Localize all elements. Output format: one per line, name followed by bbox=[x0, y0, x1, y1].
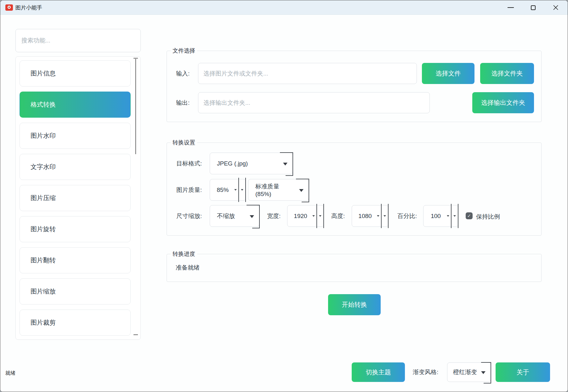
width-spin-buttons[interactable] bbox=[316, 204, 324, 228]
toggle-theme-button[interactable]: 切换主题 bbox=[352, 362, 405, 382]
maximize-icon bbox=[531, 5, 536, 10]
dropdown-frame-decoration bbox=[296, 179, 309, 199]
input-label: 输入: bbox=[176, 63, 190, 84]
percent-value: 100 bbox=[423, 213, 446, 220]
dropdown-arrow-icon bbox=[250, 215, 254, 218]
input-path-field[interactable] bbox=[198, 63, 417, 84]
conversion-settings-legend: 转换设置 bbox=[171, 139, 197, 146]
minimize-icon bbox=[508, 7, 514, 8]
search-input[interactable] bbox=[15, 29, 141, 52]
progress-group: 转换进度 准备就绪 bbox=[167, 254, 542, 282]
sidebar-item-5[interactable]: 图片旋转 bbox=[20, 216, 131, 242]
dropdown-arrow-icon bbox=[283, 163, 287, 165]
height-spinbox[interactable]: 1080 bbox=[352, 205, 389, 227]
gradient-style-value: 橙红渐变 bbox=[453, 368, 477, 376]
sidebar-item-6[interactable]: 图片翻转 bbox=[20, 247, 131, 273]
gradient-style-select[interactable]: 橙红渐变 bbox=[447, 362, 491, 382]
close-icon bbox=[553, 5, 559, 10]
output-path-field[interactable] bbox=[198, 92, 430, 113]
titlebar: 图片小能手 bbox=[0, 0, 568, 15]
width-spinbox[interactable]: 1920 bbox=[287, 205, 324, 227]
keep-ratio-checkbox[interactable]: ✓ bbox=[466, 212, 473, 219]
dropdown-arrow-icon bbox=[481, 371, 486, 374]
dropdown-arrow-icon bbox=[299, 189, 304, 192]
sidebar-scrollbar-top-mark bbox=[133, 58, 138, 59]
target-format-value: JPEG (.jpg) bbox=[217, 160, 248, 167]
sidebar-item-8[interactable]: 图片裁剪 bbox=[20, 310, 131, 336]
search-box bbox=[15, 29, 141, 52]
dropdown-frame-decoration bbox=[481, 362, 491, 380]
scale-label: 尺寸缩放: bbox=[176, 205, 202, 227]
close-button[interactable] bbox=[551, 3, 561, 12]
quality-spinbox[interactable]: 85% bbox=[210, 179, 246, 201]
target-format-select[interactable]: JPEG (.jpg) bbox=[210, 153, 293, 174]
file-selection-legend: 文件选择 bbox=[171, 47, 197, 54]
spin-down-icon[interactable] bbox=[377, 215, 379, 217]
percent-spin-buttons[interactable] bbox=[451, 204, 458, 228]
percent-label: 百分比: bbox=[397, 205, 417, 227]
height-value: 1080 bbox=[352, 213, 376, 220]
status-text: 就绪 bbox=[5, 370, 15, 377]
height-label: 高度: bbox=[331, 205, 345, 227]
spin-down-icon[interactable] bbox=[312, 215, 315, 217]
sidebar-item-7[interactable]: 图片缩放 bbox=[20, 278, 131, 305]
app-window: 图片小能手 图片信息格式转换图片水印文字水印图片压缩图片旋转图片翻转图片缩放图片… bbox=[0, 0, 568, 392]
sidebar-item-1[interactable]: 格式转换 bbox=[20, 92, 131, 118]
spin-up-icon bbox=[241, 189, 243, 191]
target-format-label: 目标格式: bbox=[176, 153, 202, 174]
sidebar-item-4[interactable]: 图片压缩 bbox=[20, 185, 131, 211]
gradient-style-label: 渐变风格: bbox=[413, 362, 438, 382]
about-button[interactable]: 关于 bbox=[496, 362, 550, 382]
quality-label: 图片质量: bbox=[176, 179, 202, 201]
spin-down-icon[interactable] bbox=[234, 189, 237, 191]
quality-preset-select[interactable]: 标准质量(85%) bbox=[248, 179, 309, 201]
camera-app-icon bbox=[5, 4, 13, 11]
spin-down-icon[interactable] bbox=[447, 215, 449, 217]
quality-preset-value: 标准质量(85%) bbox=[255, 182, 295, 198]
spin-up-icon bbox=[319, 215, 321, 217]
dropdown-frame-decoration bbox=[247, 205, 260, 225]
width-label: 宽度: bbox=[267, 205, 281, 227]
select-output-folder-button[interactable]: 选择输出文件夹 bbox=[472, 92, 534, 113]
sidebar-scrollbar-thumb[interactable] bbox=[135, 59, 136, 154]
scale-mode-select[interactable]: 不缩放 bbox=[210, 205, 259, 227]
height-spin-buttons[interactable] bbox=[381, 204, 389, 228]
quality-value: 85% bbox=[210, 187, 233, 193]
minimize-button[interactable] bbox=[506, 3, 516, 12]
progress-legend: 转换进度 bbox=[171, 250, 197, 258]
spin-up-icon bbox=[383, 215, 386, 217]
checkmark-icon: ✓ bbox=[467, 213, 471, 219]
progress-status-text: 准备就绪 bbox=[176, 264, 200, 272]
sidebar-scrollbar-bottom-mark bbox=[133, 334, 138, 335]
function-list: 图片信息格式转换图片水印文字水印图片压缩图片旋转图片翻转图片缩放图片裁剪 bbox=[15, 56, 141, 340]
start-conversion-button[interactable]: 开始转换 bbox=[328, 294, 381, 315]
file-selection-group: 文件选择 输入: 选择文件 选择文件夹 输出: 选择输出文件夹 bbox=[167, 51, 542, 122]
scale-mode-value: 不缩放 bbox=[217, 212, 235, 220]
keep-ratio-label: 保持比例 bbox=[476, 213, 500, 221]
window-title: 图片小能手 bbox=[15, 0, 42, 15]
width-value: 1920 bbox=[287, 213, 311, 220]
sidebar-item-3[interactable]: 文字水印 bbox=[20, 154, 131, 180]
sidebar-item-0[interactable]: 图片信息 bbox=[20, 60, 131, 87]
select-folder-button[interactable]: 选择文件夹 bbox=[480, 63, 534, 84]
maximize-button[interactable] bbox=[528, 3, 538, 12]
select-file-button[interactable]: 选择文件 bbox=[422, 63, 474, 84]
spin-up-icon bbox=[453, 215, 456, 217]
conversion-settings-group: 转换设置 目标格式: JPEG (.jpg) 图片质量: 85% 标准质量(85… bbox=[167, 143, 542, 236]
sidebar-item-2[interactable]: 图片水印 bbox=[20, 123, 131, 149]
output-label: 输出: bbox=[176, 92, 190, 113]
quality-spin-buttons[interactable] bbox=[238, 178, 246, 202]
percent-spinbox[interactable]: 100 bbox=[423, 205, 458, 227]
dropdown-frame-decoration bbox=[280, 152, 293, 172]
